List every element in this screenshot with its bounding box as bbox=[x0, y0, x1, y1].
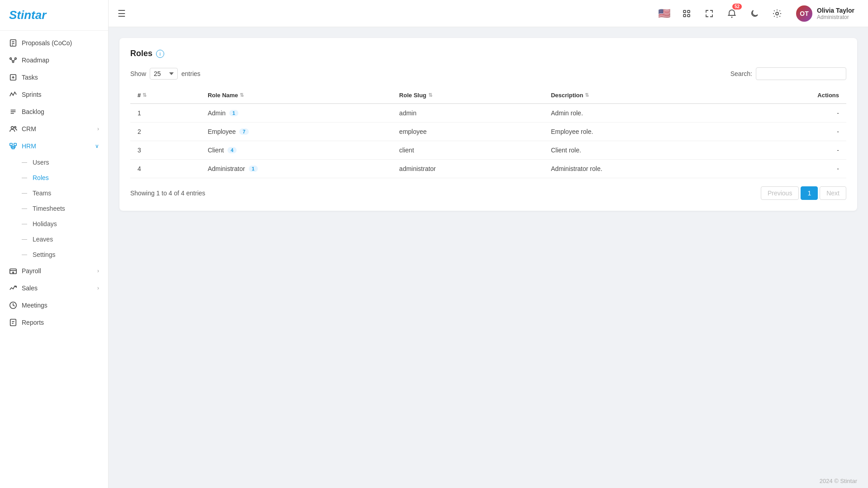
sales-chevron-icon: › bbox=[97, 285, 99, 291]
sidebar-item-backlog-label: Backlog bbox=[22, 108, 44, 115]
sidebar-item-reports[interactable]: Reports bbox=[0, 314, 108, 331]
cell-role-slug: admin bbox=[392, 104, 544, 123]
cell-actions: - bbox=[739, 141, 846, 160]
meetings-icon bbox=[9, 301, 17, 309]
fullscreen-icon[interactable] bbox=[701, 5, 717, 22]
topbar-actions: 🇺🇸 52 bbox=[656, 3, 859, 24]
sidebar-item-reports-label: Reports bbox=[22, 319, 44, 326]
sidebar-item-tasks-label: Tasks bbox=[22, 74, 38, 81]
notifications-button[interactable]: 52 bbox=[724, 5, 740, 22]
cell-role-slug: administrator bbox=[392, 160, 544, 178]
crm-icon bbox=[9, 125, 17, 133]
sidebar-sub-timesheets[interactable]: Timesheets bbox=[0, 201, 108, 216]
svg-rect-17 bbox=[10, 143, 12, 146]
col-role-slug: Role Slug ⇅ bbox=[392, 87, 544, 104]
role-badge: 1 bbox=[229, 110, 238, 116]
content: Roles i Show 25 10 50 100 entries Search… bbox=[109, 27, 868, 474]
search-input[interactable] bbox=[756, 67, 846, 80]
sort-icon-description: ⇅ bbox=[585, 92, 589, 98]
sidebar-item-sales[interactable]: Sales › bbox=[0, 280, 108, 297]
showing-text: Showing 1 to 4 of 4 entries bbox=[130, 190, 205, 197]
user-name: Olivia Taylor bbox=[817, 7, 854, 14]
language-selector[interactable]: 🇺🇸 bbox=[656, 5, 672, 22]
cell-description: Admin role. bbox=[544, 104, 739, 123]
sort-icon-role-slug: ⇅ bbox=[428, 92, 432, 98]
sidebar-item-backlog[interactable]: Backlog bbox=[0, 103, 108, 120]
cell-role-name: Admin 1 bbox=[200, 104, 392, 123]
payroll-chevron-icon: › bbox=[97, 268, 99, 274]
hrm-chevron-icon: ∨ bbox=[95, 143, 99, 149]
svg-point-5 bbox=[12, 61, 14, 63]
table-controls: Show 25 10 50 100 entries Search: bbox=[130, 67, 846, 80]
svg-rect-35 bbox=[683, 14, 686, 17]
notification-count: 52 bbox=[732, 4, 742, 9]
logo-text: Stintar bbox=[9, 8, 46, 22]
sidebar-item-proposals[interactable]: Proposals (CoCo) bbox=[0, 34, 108, 52]
svg-line-8 bbox=[13, 59, 15, 61]
role-badge: 4 bbox=[228, 147, 237, 153]
role-badge: 7 bbox=[239, 128, 248, 135]
avatar: OT bbox=[796, 5, 812, 22]
payroll-icon bbox=[9, 267, 17, 275]
logo: Stintar bbox=[0, 0, 108, 31]
cell-num: 3 bbox=[130, 141, 200, 160]
show-entries: Show 25 10 50 100 entries bbox=[130, 68, 200, 80]
cell-description: Administrator role. bbox=[544, 160, 739, 178]
role-name-text: Employee bbox=[208, 128, 236, 135]
svg-point-16 bbox=[14, 127, 16, 128]
sidebar-sub-teams[interactable]: Teams bbox=[0, 185, 108, 201]
table-row: 2 Employee 7 employee Employee role. - bbox=[130, 123, 846, 141]
sidebar-sub-leaves[interactable]: Leaves bbox=[0, 232, 108, 247]
cell-role-slug: employee bbox=[392, 123, 544, 141]
cell-actions: - bbox=[739, 160, 846, 178]
sidebar-item-meetings[interactable]: Meetings bbox=[0, 297, 108, 314]
page-1-button[interactable]: 1 bbox=[801, 186, 818, 200]
sidebar-item-crm[interactable]: CRM › bbox=[0, 120, 108, 137]
reports-icon bbox=[9, 318, 17, 327]
sidebar-sub-roles[interactable]: Roles bbox=[0, 170, 108, 185]
sidebar-sub-settings[interactable]: Settings bbox=[0, 247, 108, 262]
hrm-icon bbox=[9, 142, 17, 150]
sidebar-item-hrm[interactable]: HRM ∨ bbox=[0, 137, 108, 155]
svg-line-7 bbox=[11, 59, 13, 61]
next-button[interactable]: Next bbox=[820, 186, 846, 200]
main: ☰ 🇺🇸 52 bbox=[109, 0, 868, 488]
svg-rect-36 bbox=[688, 14, 690, 17]
cell-description: Employee role. bbox=[544, 123, 739, 141]
svg-rect-18 bbox=[14, 143, 16, 146]
cell-actions: - bbox=[739, 104, 846, 123]
table-row: 3 Client 4 client Client role. - bbox=[130, 141, 846, 160]
svg-rect-34 bbox=[688, 10, 690, 13]
settings-icon[interactable] bbox=[769, 5, 785, 22]
user-profile[interactable]: OT Olivia Taylor Administrator bbox=[792, 3, 859, 24]
sidebar: Stintar Proposals (CoCo) Roadmap Tasks S… bbox=[0, 0, 109, 488]
sidebar-item-meetings-label: Meetings bbox=[22, 302, 47, 309]
cell-role-name: Client 4 bbox=[200, 141, 392, 160]
apps-grid-icon[interactable] bbox=[678, 5, 695, 22]
col-actions: Actions bbox=[739, 87, 846, 104]
proposals-icon bbox=[9, 39, 17, 47]
crm-chevron-icon: › bbox=[97, 126, 99, 132]
sidebar-item-payroll[interactable]: Payroll › bbox=[0, 262, 108, 280]
sidebar-item-tasks[interactable]: Tasks bbox=[0, 69, 108, 86]
dark-mode-icon[interactable] bbox=[746, 5, 763, 22]
sidebar-sub-holidays[interactable]: Holidays bbox=[0, 216, 108, 232]
sidebar-item-sprints[interactable]: Sprints bbox=[0, 86, 108, 103]
sidebar-item-roadmap-label: Roadmap bbox=[22, 57, 49, 64]
previous-button[interactable]: Previous bbox=[761, 186, 799, 200]
menu-toggle-icon[interactable]: ☰ bbox=[118, 8, 126, 19]
tasks-icon bbox=[9, 73, 17, 81]
col-role-name: Role Name ⇅ bbox=[200, 87, 392, 104]
footer-text: 2024 © Stintar bbox=[820, 478, 857, 484]
cell-role-name: Employee 7 bbox=[200, 123, 392, 141]
show-label: Show bbox=[130, 70, 146, 77]
sidebar-item-roadmap[interactable]: Roadmap bbox=[0, 52, 108, 69]
cell-description: Client role. bbox=[544, 141, 739, 160]
sidebar-nav: Proposals (CoCo) Roadmap Tasks Sprints B… bbox=[0, 31, 108, 488]
sidebar-item-crm-label: CRM bbox=[22, 125, 36, 133]
entries-select[interactable]: 25 10 50 100 bbox=[150, 68, 178, 80]
info-icon[interactable]: i bbox=[156, 50, 164, 58]
sidebar-sub-users[interactable]: Users bbox=[0, 155, 108, 170]
svg-rect-30 bbox=[10, 319, 16, 326]
search-label: Search: bbox=[730, 70, 752, 77]
